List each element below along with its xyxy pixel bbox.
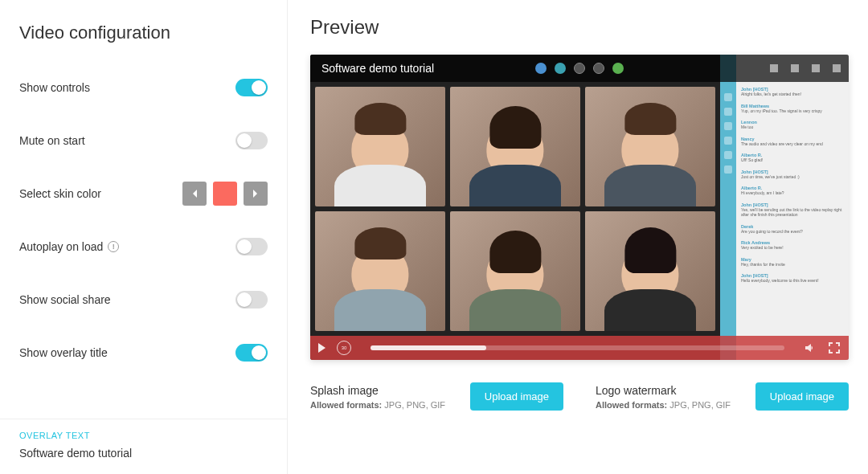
play-button[interactable] [318, 343, 326, 353]
upload-splash: Splash image Allowed formats: JPG, PNG, … [310, 382, 563, 411]
tool-icon[interactable] [724, 122, 732, 130]
skin-swatch[interactable] [213, 182, 237, 206]
tool-icon[interactable] [724, 93, 732, 101]
chat-panel: John [HOST]Alright folks, let's get star… [720, 55, 849, 360]
chat-message: Alberto R.Uff! So glad! [741, 153, 844, 163]
video-controlbar: 30 [310, 336, 849, 360]
info-icon[interactable]: ! [108, 241, 119, 252]
option-show-controls: Show controls [0, 61, 287, 114]
video-preview: Software demo tutorial [310, 55, 849, 360]
label-mute-on-start: Mute on start [19, 134, 85, 147]
splash-title: Splash image [310, 384, 445, 397]
chat-message: Alberto R.Hi everybody, am I late? [741, 186, 844, 196]
overlay-text-section: OVERLAY TEXT Software demo tutorial [0, 419, 287, 474]
header-dot-cam-icon[interactable] [535, 63, 547, 74]
header-dot-rec-icon[interactable] [612, 63, 624, 74]
chevron-right-icon [252, 189, 259, 198]
option-mute-on-start: Mute on start [0, 114, 287, 167]
chevron-left-icon [191, 189, 198, 198]
participant-tile[interactable] [315, 211, 445, 331]
video-overlay-title: Software demo tutorial [321, 62, 434, 75]
upload-splash-button[interactable]: Upload image [470, 382, 563, 411]
participant-tile[interactable] [315, 87, 445, 206]
config-sidebar: Video configuration Show controls Mute o… [0, 0, 288, 474]
upload-watermark-button[interactable]: Upload image [755, 382, 849, 411]
skin-selector [182, 182, 268, 206]
upload-row: Splash image Allowed formats: JPG, PNG, … [310, 382, 849, 411]
chat-message: John [HOST]Yes, we'll be sending out the… [741, 202, 844, 218]
timer-icon[interactable] [770, 64, 778, 72]
fullscreen-button[interactable] [828, 341, 841, 354]
signal-icon[interactable] [833, 64, 841, 72]
layout-icon[interactable] [791, 64, 799, 72]
chat-message: NancyThe audio and video are very clear … [741, 137, 844, 147]
label-overlay-title: Show overlay title [19, 346, 108, 359]
chat-message: John [HOST]Alright folks, let's get star… [741, 87, 844, 97]
toggle-autoplay[interactable] [235, 238, 268, 255]
label-show-controls: Show controls [19, 81, 90, 94]
option-skin-color: Select skin color [0, 167, 287, 220]
chat-message: John [HOST]Just on time, we've just star… [741, 170, 844, 180]
overlay-text-label: OVERLAY TEXT [19, 431, 268, 440]
chat-tool-strip [720, 55, 736, 360]
participant-tile[interactable] [450, 211, 580, 331]
label-autoplay: Autoplay on load ! [19, 240, 119, 253]
progress-fill [371, 345, 486, 350]
record-icon[interactable] [812, 64, 820, 72]
preview-panel: Preview Software demo tutorial [288, 0, 868, 474]
header-right-icons [770, 64, 841, 72]
watermark-formats: Allowed formats: JPG, PNG, GIF [596, 400, 731, 410]
participant-tile[interactable] [585, 87, 715, 206]
skin-next-button[interactable] [244, 182, 268, 206]
header-center-icons [535, 63, 624, 74]
watermark-title: Logo watermark [596, 384, 731, 397]
option-social-share: Show social share [0, 273, 287, 326]
chat-message: Bill MatthewsYup, on my iPad too. The si… [741, 104, 844, 114]
header-dot-chat-icon[interactable] [574, 63, 585, 74]
label-social-share: Show social share [19, 293, 111, 306]
volume-button[interactable] [804, 341, 817, 354]
chat-list[interactable]: John [HOST]Alright folks, let's get star… [736, 55, 849, 360]
header-dot-mic-icon[interactable] [555, 63, 566, 74]
participant-grid [310, 82, 720, 336]
toggle-overlay-title[interactable] [235, 344, 268, 362]
chat-message: LennonMe too [741, 120, 844, 130]
toggle-show-controls[interactable] [235, 79, 268, 96]
header-dot-pen-icon[interactable] [593, 63, 604, 74]
fullscreen-icon [828, 341, 841, 354]
toggle-social-share[interactable] [235, 291, 268, 309]
option-autoplay: Autoplay on load ! [0, 220, 287, 273]
tool-icon[interactable] [724, 137, 732, 145]
chat-message: Rick AndrewsVery excited to be here! [741, 240, 844, 251]
option-overlay-title: Show overlay title [0, 326, 287, 379]
sidebar-title: Video configuration [0, 0, 287, 61]
upload-watermark: Logo watermark Allowed formats: JPG, PNG… [596, 382, 849, 411]
overlay-text-value[interactable]: Software demo tutorial [19, 447, 268, 460]
toggle-mute-on-start[interactable] [235, 132, 268, 149]
chat-message: John [HOST]Hello everybody, welcome to t… [741, 273, 844, 284]
tool-icon[interactable] [724, 165, 732, 174]
progress-bar[interactable] [371, 345, 784, 350]
video-header: Software demo tutorial [310, 55, 849, 82]
participant-tile[interactable] [450, 87, 580, 206]
label-skin-color: Select skin color [19, 187, 101, 200]
chat-message: MaryHey, thanks for the invite [741, 257, 844, 268]
volume-icon [804, 341, 817, 354]
splash-formats: Allowed formats: JPG, PNG, GIF [310, 400, 445, 410]
chat-message: DerekAre you going to record the event? [741, 224, 844, 235]
rewind-30-button[interactable]: 30 [337, 341, 351, 355]
preview-title: Preview [310, 16, 849, 39]
participant-tile[interactable] [585, 211, 715, 331]
skin-prev-button[interactable] [182, 182, 207, 206]
video-grid-area [310, 55, 720, 336]
tool-icon[interactable] [724, 108, 732, 116]
tool-icon[interactable] [724, 151, 732, 159]
